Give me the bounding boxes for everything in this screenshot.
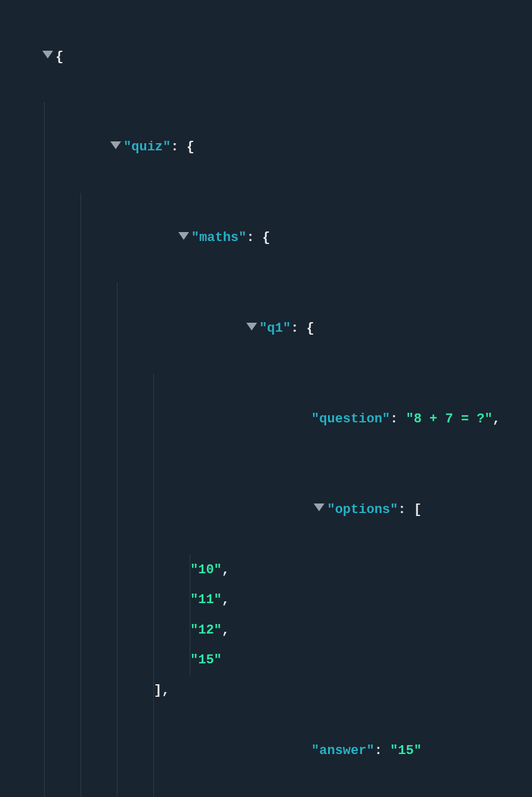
comma: , (222, 563, 230, 577)
node-q1: "q1": { "question": "8 + 7 = ?", (117, 283, 524, 797)
q1-option-1: "11", (190, 585, 524, 616)
array-value: "15" (190, 653, 222, 668)
colon: : (246, 230, 254, 245)
chevron-down-icon[interactable] (314, 503, 324, 511)
value-question: "8 + 7 = ?" (406, 412, 492, 427)
brace-open: { (262, 230, 270, 245)
root-open-row: { (8, 12, 524, 103)
key-answer: "answer" (311, 743, 375, 758)
colon: : (390, 412, 398, 427)
comma: , (222, 592, 230, 607)
q1-option-2: "12", (190, 616, 524, 646)
key-q1: "q1" (259, 321, 291, 336)
colon: : (171, 140, 178, 155)
q1-option-0: "10", (190, 555, 524, 586)
q1-question-row: "question": "8 + 7 = ?", (154, 374, 524, 465)
node-q1-options: "options": [ "10", "11", "12", "15" (154, 465, 524, 706)
key-question: "question" (311, 412, 390, 427)
array-value: "10" (190, 563, 222, 577)
chevron-down-icon[interactable] (246, 323, 257, 330)
json-tree-viewer: { "quiz": { "maths": { (0, 0, 532, 797)
chevron-down-icon[interactable] (178, 232, 189, 240)
node-root: { "quiz": { "maths": { (8, 12, 524, 797)
array-value: "11" (190, 592, 222, 607)
q1-options-close-row: ], (154, 676, 524, 706)
key-options: "options" (327, 502, 398, 517)
node-maths: "maths": { "q1": { (81, 193, 524, 797)
brace-open: { (55, 50, 63, 64)
colon: : (398, 502, 406, 517)
quiz-open-row: "quiz": { (45, 103, 524, 193)
colon: : (375, 743, 382, 758)
key-quiz: "quiz" (123, 140, 171, 155)
comma: , (222, 623, 230, 638)
node-quiz: "quiz": { "maths": { "q1": { (45, 103, 524, 797)
comma: , (493, 412, 500, 427)
chevron-down-icon[interactable] (42, 51, 53, 58)
array-value: "12" (190, 623, 222, 638)
q1-answer-row: "answer": "15" (154, 706, 524, 797)
key-maths: "maths" (191, 230, 246, 245)
value-answer: "15" (390, 743, 422, 758)
q1-options-open-row: "options": [ (154, 465, 524, 555)
chevron-down-icon[interactable] (110, 141, 121, 149)
q1-open-row: "q1": { (117, 283, 524, 374)
brace-open: { (187, 140, 194, 155)
brace-open: { (307, 321, 314, 336)
bracket-open: [ (414, 502, 422, 517)
q1-option-3: "15" (190, 645, 524, 676)
colon: : (290, 321, 298, 336)
maths-open-row: "maths": { (81, 193, 524, 284)
bracket-close: ], (154, 683, 169, 698)
